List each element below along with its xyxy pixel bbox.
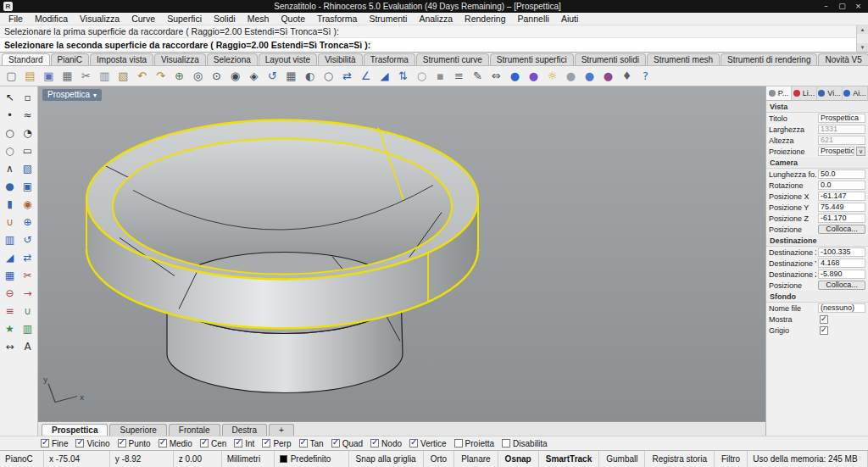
section-header-camera[interactable]: Camera (766, 157, 868, 169)
menu-item[interactable]: Visualizza (74, 14, 125, 24)
box-icon[interactable]: ▣ (19, 177, 36, 195)
minimize-button[interactable]: – (819, 2, 833, 11)
cut-icon[interactable]: ✂ (77, 67, 95, 85)
checkbox-icon[interactable] (234, 439, 242, 448)
menu-item[interactable]: Solidi (208, 14, 242, 24)
property-value[interactable]: Colloca... (818, 225, 865, 234)
offset-icon[interactable]: ≡ (1, 302, 19, 320)
hide-objects-icon[interactable]: ○ (413, 67, 431, 85)
checkbox-icon[interactable] (299, 439, 308, 448)
osnap-toggle[interactable]: Medio (159, 439, 192, 448)
undo-view-icon[interactable]: ↺ (264, 67, 281, 85)
four-viewports-icon[interactable]: ▦ (282, 67, 300, 85)
redo-icon[interactable]: ↷ (152, 67, 170, 85)
checkbox-icon[interactable] (409, 439, 418, 448)
menu-item[interactable]: Quote (275, 14, 311, 24)
property-value[interactable]: -100.335 (818, 247, 865, 257)
pan-icon[interactable]: ⊕ (170, 67, 188, 85)
ribbon-tab[interactable]: Layout viste (259, 53, 317, 65)
osnap-toggle[interactable]: Tan (299, 439, 324, 448)
scroll-up-icon[interactable] (857, 25, 868, 34)
scale-tool-icon[interactable]: ◢ (1, 248, 19, 266)
checkbox-icon[interactable] (454, 439, 463, 448)
status-toggle[interactable]: Orto (424, 451, 454, 467)
property-value[interactable]: 0.0 (818, 181, 865, 190)
property-value[interactable]: 75.449 (818, 203, 865, 212)
osnap-toggle[interactable]: Vertice (409, 439, 447, 448)
checkbox-icon[interactable] (159, 439, 167, 448)
curve-icon[interactable]: ≈ (19, 106, 36, 124)
ribbon-tab[interactable]: Seleziona (207, 53, 258, 65)
viewport-tab[interactable]: Superiore (109, 424, 166, 436)
osnap-toggle[interactable]: Cen (200, 439, 226, 448)
command-prompt-line[interactable]: Selezionare la seconda superficie da rac… (0, 38, 856, 53)
status-toggle[interactable]: Osnap (498, 451, 539, 467)
checkbox-icon[interactable] (118, 439, 126, 448)
new-viewport-tab[interactable]: + (269, 424, 294, 436)
tab-visualizza[interactable]: Vi... (817, 86, 843, 100)
scroll-down-icon[interactable] (857, 43, 868, 52)
ribbon-tab[interactable]: Strumenti mesh (647, 53, 720, 65)
property-value[interactable]: 1331 (818, 125, 865, 134)
maximize-button[interactable]: ▢ (835, 2, 849, 11)
copy-tool-icon[interactable]: ▥ (1, 231, 19, 248)
sphere-icon[interactable]: ● (1, 177, 19, 195)
menu-item[interactable]: Pannelli (512, 14, 555, 24)
move-icon[interactable]: ⇄ (338, 67, 356, 85)
ribbon-tab[interactable]: Strumenti solidi (575, 53, 646, 65)
text-icon[interactable]: A (19, 337, 36, 355)
split-icon[interactable]: ⊖ (1, 284, 19, 302)
surface-icon[interactable]: ▧ (19, 159, 36, 177)
ribbon-tab[interactable]: PianiC (51, 53, 89, 65)
display-rendered-icon[interactable]: ● (599, 67, 617, 85)
status-toggle[interactable]: Filtro (715, 451, 748, 467)
rotate-tool-icon[interactable]: ↺ (19, 231, 36, 248)
trim-icon[interactable]: ✂ (19, 266, 36, 284)
ribbon-tab[interactable]: Visualizza (154, 53, 206, 65)
viewport-tab[interactable]: Destra (222, 424, 267, 436)
command-scrollbar[interactable] (856, 25, 868, 53)
property-value[interactable]: 621 (818, 136, 865, 145)
point-icon[interactable]: • (1, 106, 19, 124)
menu-item[interactable]: Strumenti (363, 14, 413, 24)
osnap-toggle[interactable]: Quad (331, 439, 363, 448)
viewport-tab[interactable]: Frontale (169, 424, 220, 436)
extend-icon[interactable]: → (19, 284, 36, 302)
notes-icon[interactable]: ♦ (618, 67, 636, 85)
menu-item[interactable]: Trasforma (311, 14, 363, 24)
lock-objects-icon[interactable]: ▪ (431, 67, 449, 85)
property-checkbox[interactable] (820, 326, 828, 335)
ribbon-tab[interactable]: Standard (2, 53, 50, 65)
display-wireframe-icon[interactable]: ● (562, 67, 580, 85)
property-value[interactable]: -61.170 (818, 214, 865, 223)
ribbon-tab[interactable]: Visibilità (318, 53, 363, 65)
layer-indicator[interactable]: Predefinito (275, 451, 349, 467)
ribbon-tab[interactable]: Strumenti superfici (490, 53, 574, 65)
checkbox-icon[interactable] (200, 439, 209, 448)
status-toggle[interactable]: SmartTrack (539, 451, 599, 467)
shaded-view-icon[interactable]: ◐ (301, 67, 319, 85)
perspective-viewport[interactable]: x y Prospettica (38, 86, 765, 421)
group-icon[interactable]: ▥ (19, 320, 36, 337)
osnap-toggle[interactable]: Perp (262, 439, 291, 448)
selection-filter-icon[interactable]: ▫ (19, 88, 36, 106)
scale-icon[interactable]: ◢ (376, 67, 393, 85)
menu-item[interactable]: File (3, 14, 29, 24)
mirror-tool-icon[interactable]: ⇄ (19, 248, 36, 266)
menu-item[interactable]: Curve (125, 14, 161, 24)
checkbox-icon[interactable] (331, 439, 340, 448)
property-value[interactable]: Colloca... (818, 281, 865, 290)
render-icon[interactable]: ● (506, 67, 524, 85)
move-tool-icon[interactable]: ⊕ (19, 213, 36, 231)
array-icon[interactable]: ▦ (1, 266, 19, 284)
zoom-dynamic-icon[interactable]: ◎ (189, 67, 207, 85)
layers-icon[interactable]: ≡ (450, 67, 468, 85)
tab-proprieta[interactable]: P... (766, 86, 792, 100)
dimension-icon[interactable]: ↔ (1, 337, 19, 355)
property-value[interactable]: 4.168 (818, 259, 865, 268)
save-icon[interactable]: ▣ (40, 67, 58, 85)
checkbox-icon[interactable] (41, 439, 49, 448)
property-value[interactable]: Prospettica (818, 147, 854, 156)
polyline-icon[interactable]: ∧ (1, 159, 19, 177)
status-toggle[interactable]: Gumball (599, 451, 645, 467)
